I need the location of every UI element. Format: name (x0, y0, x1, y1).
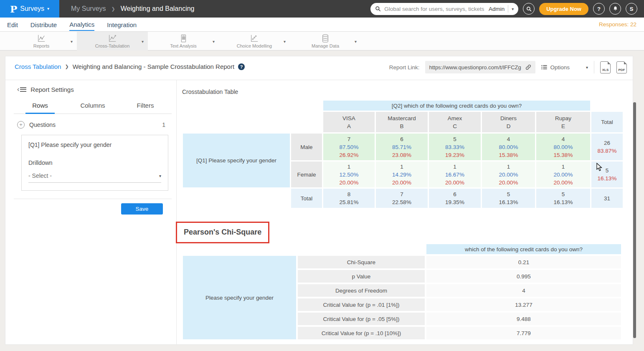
chevron-down-icon[interactable]: ▾ (512, 7, 514, 11)
data-cell: 480.00%15.38% (536, 134, 590, 160)
link-icon[interactable] (525, 64, 532, 71)
collapse-panel-button[interactable]: ‹ (17, 86, 26, 93)
tab-filters[interactable]: Filters (119, 102, 172, 114)
drilldown-select[interactable]: - Select - ▾ (28, 172, 161, 183)
row-question-header: [Q1] Please specify your gender (183, 134, 290, 187)
stat-label: Critical Value for (p = .10 [10%]) (298, 327, 425, 339)
add-question-button[interactable]: + (17, 121, 25, 129)
options-menu[interactable]: Options ▾ (541, 64, 588, 71)
chi-column-header: which of the following credit cards do y… (426, 244, 621, 254)
tab-label: Text Analysis (170, 43, 197, 48)
tab-manage-data[interactable]: Manage Data ▾ (290, 32, 361, 51)
avatar-initial: S (630, 6, 634, 12)
survey-nav: Edit Distribute Analytics Integration Re… (0, 18, 644, 32)
crosstab-section-label: Crosstabulation Table (182, 88, 238, 95)
stat-label: p Value (298, 270, 425, 283)
tab-rows[interactable]: Rows (14, 102, 66, 114)
help-button[interactable]: ? (593, 3, 605, 15)
chevron-right-icon: ❯ (112, 6, 115, 12)
report-help-icon[interactable]: ? (238, 63, 245, 70)
report-link-url[interactable]: https://www.questionpro.com/t/lFFCZg (429, 64, 522, 71)
list-icon (541, 65, 547, 70)
report-settings-panel: ‹ Report Settings Rows Columns Filters +… (14, 86, 172, 215)
report-title: Weighting and Balancing - Sample Crossta… (73, 63, 234, 70)
chevron-down-icon: ▾ (47, 7, 49, 11)
drilldown-value: - Select - (28, 172, 52, 179)
tab-label: Columns (74, 102, 112, 113)
report-breadcrumb: Cross Tabulation ❯ Weighting and Balanci… (15, 63, 245, 70)
column-header-diners: DinersD (482, 112, 535, 132)
data-cell: 112.50%20.00% (323, 162, 375, 187)
tab-choice-modelling[interactable]: Choice Modelling ▾ (219, 32, 290, 51)
total-cell: 516.13% (482, 189, 535, 208)
table-row: which of the following credit cards do y… (183, 244, 621, 254)
stat-label: Critical Value for (p = .01 [1%]) (298, 298, 425, 311)
questions-count: 1 (162, 121, 168, 128)
question-mark-icon: ? (597, 6, 601, 12)
tab-cross-tabulation[interactable]: Cross-Tabulation ▾ (77, 32, 148, 51)
search-scope-selector[interactable]: Admin (489, 6, 505, 12)
line-chart-icon (107, 34, 117, 43)
breadcrumb-my-surveys[interactable]: My Surveys (71, 5, 106, 13)
tab-columns[interactable]: Columns (66, 102, 119, 114)
data-cell: 120.00%20.00% (536, 162, 590, 187)
chevron-down-icon[interactable]: ▾ (213, 39, 215, 43)
global-search[interactable]: Admin ▾ (370, 3, 518, 15)
row-header-male: Male (291, 134, 322, 160)
search-input[interactable] (384, 6, 485, 12)
settings-tabs: Rows Columns Filters (14, 102, 172, 114)
divider (14, 199, 172, 199)
upgrade-button[interactable]: Upgrade Now (539, 3, 588, 15)
nav-distribute[interactable]: Distribute (30, 19, 57, 30)
line-chart-icon (36, 34, 46, 43)
stat-value: 4 (426, 284, 621, 297)
document-grid-icon (178, 34, 188, 43)
data-cell: 685.71%23.08% (376, 134, 428, 160)
scatter-chart-icon (249, 34, 259, 43)
options-label: Options (550, 64, 570, 71)
chevron-down-icon[interactable]: ▾ (586, 65, 588, 70)
nav-integration[interactable]: Integration (107, 19, 137, 30)
notifications-button[interactable] (609, 3, 621, 15)
table-row: [Q1] Please specify your gender Male 787… (183, 134, 623, 160)
nav-edit[interactable]: Edit (7, 19, 18, 30)
report-link-label: Report Link: (389, 64, 420, 71)
questionpro-logo: P (10, 3, 17, 15)
export-pdf-button[interactable]: PDF (616, 61, 627, 73)
panel-header: ‹ Report Settings (14, 86, 172, 93)
row-total-cell: 2683.87% (591, 134, 623, 160)
chevron-down-icon[interactable]: ▾ (284, 39, 286, 43)
report-link-box[interactable]: https://www.questionpro.com/t/lFFCZg (425, 61, 535, 73)
tab-label: Choice Modelling (237, 43, 272, 48)
chevron-down-icon[interactable]: ▾ (355, 39, 357, 43)
breadcrumb-cross-tabulation[interactable]: Cross Tabulation (15, 63, 61, 70)
nav-analytics[interactable]: Analytics (69, 18, 94, 31)
column-header-total: Total (591, 112, 623, 132)
topbar-breadcrumb: My Surveys ❯ Weighting and Balancing (71, 5, 195, 13)
report-controls: Report Link: https://www.questionpro.com… (389, 61, 627, 73)
tab-reports[interactable]: Reports ▾ (6, 32, 77, 51)
app-switcher-menu[interactable]: P Surveys ▾ (0, 0, 59, 18)
export-xls-button[interactable]: XLS (600, 61, 611, 73)
save-button[interactable]: Save (121, 203, 163, 215)
stat-value: 13.277 (426, 298, 621, 311)
question-item[interactable]: [Q1] Please specify your gender Drilldow… (21, 135, 168, 191)
column-header-mastercard: MastercardB (376, 112, 428, 132)
data-cell: 114.29%20.00% (376, 162, 428, 187)
grand-total-cell: 31 (591, 189, 623, 208)
chevron-down-icon[interactable]: ▾ (71, 39, 73, 43)
avatar[interactable]: S (626, 3, 637, 15)
tab-label: Cross-Tabulation (95, 43, 130, 48)
divider (5, 80, 633, 80)
highlight-annotation-box: Pearson's Chi-Square (176, 222, 269, 243)
question-text: [Q1] Please specify your gender (28, 141, 161, 148)
column-header-rupay: RupayE (536, 112, 590, 132)
search-button[interactable] (523, 3, 535, 15)
total-cell: 722.58% (376, 189, 428, 208)
tab-text-analysis[interactable]: Text Analysis ▾ (148, 32, 219, 51)
data-cell: 480.00%15.38% (482, 134, 535, 160)
chevron-down-icon[interactable]: ▾ (142, 39, 144, 43)
divider (594, 61, 594, 73)
vertical-scrollbar[interactable] (633, 102, 636, 338)
table-row: [Q2] which of the following credit cards… (183, 101, 623, 111)
